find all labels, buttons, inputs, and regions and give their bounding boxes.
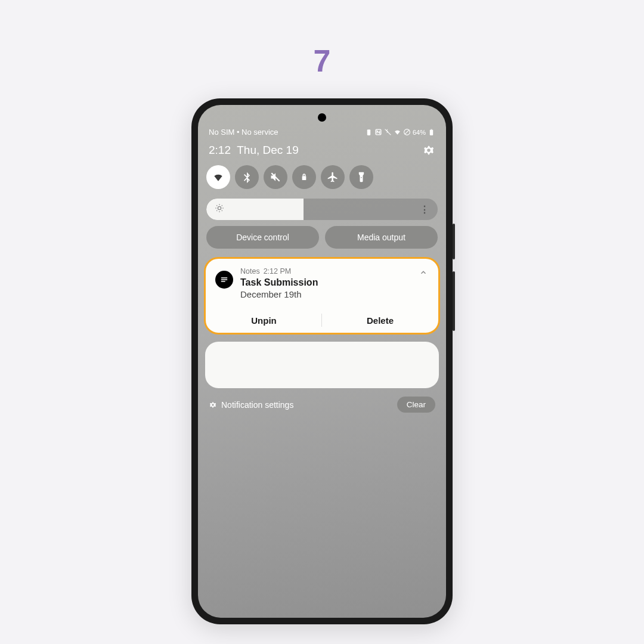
brightness-slider[interactable]: ⋮ (206, 199, 438, 220)
clock: 2:12 Thu, Dec 19 (209, 144, 299, 157)
nfc-icon (374, 128, 382, 136)
phone-frame: No SIM • No service 64% 2:12 Thu, Dec 19 (191, 98, 453, 624)
battery-percent: 64% (413, 129, 426, 136)
brightness-menu-icon[interactable]: ⋮ (420, 204, 429, 215)
rotation-lock-icon (298, 171, 310, 183)
wifi-icon (212, 171, 224, 183)
camera-notch (318, 113, 326, 122)
wifi-toggle[interactable] (206, 165, 230, 189)
svg-rect-6 (431, 129, 432, 130)
svg-line-2 (385, 129, 391, 135)
quick-settings-panel (198, 164, 446, 190)
notification-time: 2:12 PM (264, 267, 292, 275)
unpin-button[interactable]: Unpin (206, 308, 322, 333)
device-control-button[interactable]: Device control (206, 226, 319, 249)
svg-point-9 (218, 206, 221, 209)
status-bar: No SIM • No service 64% (198, 105, 446, 140)
bluetooth-icon (241, 171, 253, 183)
vibrate-icon (384, 128, 392, 136)
status-icons: 64% (365, 128, 435, 136)
no-signal-icon (403, 128, 411, 136)
svg-rect-5 (430, 130, 433, 135)
notification-settings-label: Notification settings (221, 400, 293, 410)
flashlight-toggle[interactable] (349, 165, 373, 189)
airplane-icon (327, 171, 339, 183)
flashlight-icon (355, 171, 367, 183)
notification-settings-link[interactable]: Notification settings (209, 400, 293, 410)
notes-notification-card[interactable]: Notes 2:12 PM Task Submission December 1… (204, 257, 440, 335)
sim-status: No SIM • No service (209, 128, 278, 137)
phone-screen: No SIM • No service 64% 2:12 Thu, Dec 19 (198, 105, 446, 618)
step-number: 7 (314, 43, 331, 79)
brightness-icon (215, 203, 224, 215)
bluetooth-toggle[interactable] (235, 165, 259, 189)
delete-button[interactable]: Delete (322, 308, 438, 333)
notification-title: Task Submission (240, 277, 429, 288)
wifi-status-icon (394, 128, 401, 136)
media-output-button[interactable]: Media output (325, 226, 438, 249)
notification-subtitle: December 19th (240, 289, 429, 299)
battery-icon (428, 128, 435, 136)
collapse-chevron-icon[interactable] (419, 268, 428, 279)
notification-app-name: Notes (240, 267, 260, 275)
svg-rect-8 (302, 176, 306, 180)
mute-toggle[interactable] (264, 165, 287, 189)
control-buttons-row: Device control Media output (198, 226, 446, 249)
svg-rect-0 (367, 129, 370, 135)
clear-button[interactable]: Clear (397, 397, 435, 413)
time-date-row: 2:12 Thu, Dec 19 (198, 140, 446, 164)
volume-button (453, 224, 455, 259)
settings-gear-icon[interactable] (422, 144, 435, 157)
rotation-lock-toggle[interactable] (292, 165, 316, 189)
notes-app-icon (215, 271, 233, 289)
airplane-toggle[interactable] (321, 165, 345, 189)
battery-saver-icon (365, 128, 373, 136)
empty-notification-card[interactable] (205, 342, 439, 388)
notification-footer: Notification settings Clear (198, 388, 446, 421)
mute-icon (270, 171, 281, 183)
svg-line-4 (405, 130, 410, 135)
gear-small-icon (209, 401, 217, 409)
power-button (453, 271, 455, 331)
